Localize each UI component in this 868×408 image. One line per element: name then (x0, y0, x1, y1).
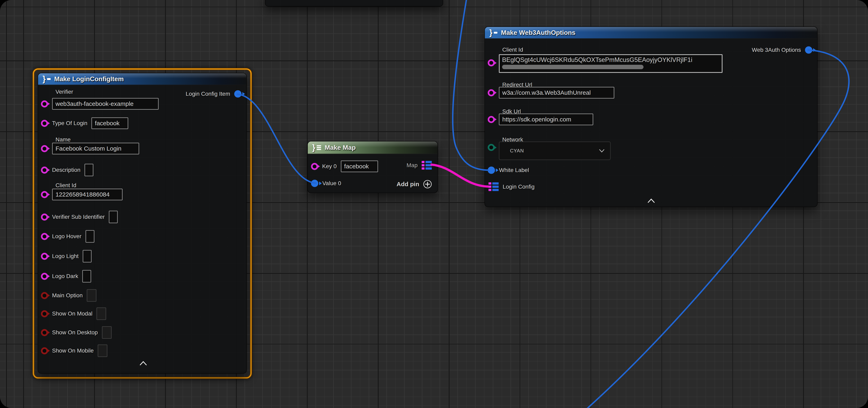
pin-row: Login Config (489, 182, 534, 191)
pin-label: Verifier Sub Identifier (52, 214, 105, 220)
sdk-url-pin[interactable] (488, 116, 495, 123)
field-scrollbar[interactable] (502, 65, 644, 69)
pin-row: Description (41, 164, 93, 176)
pin-label: Verifier (56, 89, 73, 95)
client-id-pin[interactable] (41, 191, 48, 198)
pin-row: Show On Desktop (41, 326, 112, 339)
main-option-pin[interactable] (41, 292, 48, 299)
pin-row: CYAN (488, 141, 611, 160)
type-of-login-pin[interactable] (41, 120, 48, 127)
offscreen-node[interactable] (265, 0, 443, 6)
pin-label: Type Of Login (52, 120, 87, 127)
description-pin[interactable] (41, 167, 48, 174)
blueprint-graph-canvas[interactable]: } Make LoginConfigItem Login Config Item… (0, 0, 868, 408)
collapse-chevron-icon[interactable] (139, 360, 148, 367)
chevron-down-icon (599, 149, 605, 153)
client-id-input[interactable]: 1222658941886084 (52, 189, 123, 200)
node-make-web3authoptions[interactable]: } Make Web3AuthOptions Web 3Auth Options… (485, 27, 817, 207)
show-on-mobile-checkbox[interactable] (98, 344, 107, 357)
client-id-input[interactable]: BEglQSgt4cUWcj6SKRdu5QkOXTsePmMcusG5EAoy… (499, 54, 722, 73)
network-value: CYAN (510, 148, 524, 154)
pin-row: BEglQSgt4cUWcj6SKRdu5QkOXTsePmMcusG5EAoy… (488, 54, 722, 73)
wire-map-to-loginconfig[interactable] (431, 165, 489, 186)
output-row: Web 3Auth Options (752, 46, 812, 54)
add-pin-plus-icon (423, 179, 432, 189)
pin-row: Value 0 (311, 180, 341, 187)
pin-label: Logo Hover (52, 233, 82, 240)
pin-label: Show On Mobile (52, 347, 94, 354)
logo-dark-pin[interactable] (41, 273, 48, 280)
add-pin-button[interactable]: Add pin (397, 179, 432, 189)
verifier-sub-identifier-pin[interactable] (41, 213, 48, 220)
value0-pin[interactable] (311, 180, 318, 187)
pin-row: Show On Modal (41, 307, 106, 320)
redirect-url-pin[interactable] (488, 89, 495, 96)
pin-label: Description (52, 167, 81, 173)
logo-hover-input[interactable] (86, 230, 94, 243)
pin-row: Main Option (41, 289, 96, 302)
network-dropdown[interactable]: CYAN (499, 141, 611, 160)
node-make-loginconfigitem[interactable]: } Make LoginConfigItem Login Config Item… (38, 73, 247, 374)
pin-row: Facebook Custom Login (41, 143, 139, 155)
pin-label: Logo Dark (52, 273, 78, 279)
login-config-pin[interactable] (489, 182, 499, 191)
collapse-chevron-icon[interactable] (647, 197, 655, 205)
pin-row: Show On Mobile (41, 344, 107, 357)
map-output-pin[interactable] (422, 161, 432, 170)
output-row: Map (407, 161, 432, 170)
show-on-modal-checkbox[interactable] (96, 307, 106, 320)
show-on-modal-pin[interactable] (41, 310, 48, 317)
pin-label: Client Id (56, 182, 76, 189)
output-pin-label: Web 3Auth Options (752, 47, 801, 53)
pin-label: Name (56, 136, 71, 143)
pin-label: Show On Modal (52, 310, 92, 317)
pin-label: Show On Desktop (52, 329, 98, 336)
name-input[interactable]: Facebook Custom Login (52, 143, 139, 155)
logo-dark-input[interactable] (82, 270, 91, 282)
verifier-sub-identifier-input[interactable] (109, 211, 118, 223)
client-id-text: BEglQSgt4cUWcj6SKRdu5QkOXTsePmMcusG5EAoy… (502, 56, 692, 63)
pin-row: Logo Light (41, 250, 92, 263)
show-on-desktop-pin[interactable] (41, 329, 48, 336)
verifier-input[interactable]: web3auth-facebook-example (52, 98, 159, 110)
pin-row: w3a://com.w3a.Web3AuthUnreal (488, 87, 614, 99)
logo-hover-pin[interactable] (41, 233, 48, 240)
pin-row: web3auth-facebook-example (41, 98, 159, 110)
pin-label: Key 0 (322, 163, 337, 170)
login-config-item-output-pin[interactable] (234, 90, 242, 98)
pin-row: Logo Dark (41, 270, 91, 282)
node-title: Make Map (325, 144, 356, 151)
pin-row: Type Of Login facebook (41, 117, 128, 129)
wire-top-to-whitelabel[interactable] (453, 0, 489, 170)
node-header[interactable]: } Make Map (308, 141, 437, 154)
add-pin-label: Add pin (397, 181, 419, 188)
key0-pin[interactable] (311, 163, 318, 170)
sdk-url-input[interactable]: https://sdk.openlogin.com (499, 113, 593, 125)
white-label-pin[interactable] (488, 167, 495, 174)
pin-label: Value 0 (322, 180, 341, 186)
show-on-desktop-checkbox[interactable] (102, 326, 112, 339)
key0-input[interactable]: facebook (341, 161, 378, 172)
redirect-url-input[interactable]: w3a://com.w3a.Web3AuthUnreal (499, 87, 614, 99)
output-row: Login Config Item (186, 90, 242, 98)
pin-label: Login Config (503, 183, 534, 190)
verifier-pin[interactable] (41, 100, 48, 107)
name-pin[interactable] (41, 145, 48, 152)
description-input[interactable] (85, 164, 93, 176)
type-of-login-input[interactable]: facebook (91, 117, 128, 129)
web3auth-options-output-pin[interactable] (805, 46, 812, 54)
logo-light-input[interactable] (83, 250, 92, 263)
logo-light-pin[interactable] (41, 253, 48, 260)
client-id-pin[interactable] (488, 59, 495, 66)
node-header[interactable]: } Make LoginConfigItem (38, 73, 246, 85)
make-struct-icon: } (489, 29, 497, 37)
pin-row: https://sdk.openlogin.com (488, 113, 593, 125)
pin-row: 1222658941886084 (41, 189, 123, 200)
make-struct-icon: } (42, 75, 51, 83)
network-pin[interactable] (488, 144, 495, 151)
node-header[interactable]: } Make Web3AuthOptions (485, 27, 817, 39)
pin-label: Main Option (52, 292, 83, 299)
main-option-checkbox[interactable] (87, 289, 96, 302)
node-make-map[interactable]: } Make Map Key 0 facebook Map Value 0 Ad… (307, 141, 438, 193)
show-on-mobile-pin[interactable] (41, 347, 48, 354)
